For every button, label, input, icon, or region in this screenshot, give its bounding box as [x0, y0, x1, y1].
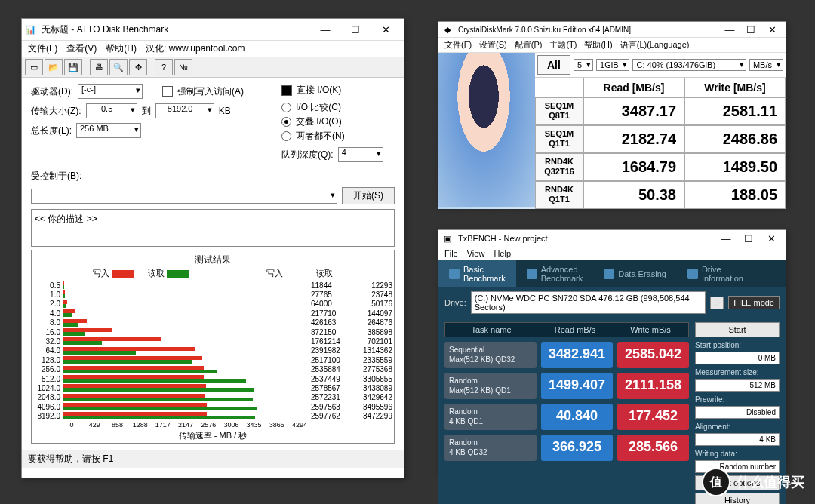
length-label: 总长度(L):	[31, 124, 72, 137]
bar-row: 2.0 6400050176	[33, 300, 392, 309]
test-button[interactable]: RND4KQ32T16	[535, 153, 583, 181]
xfer-from-select[interactable]: 0.5	[86, 103, 137, 118]
io-compare-label: I/O 比较(C)	[296, 101, 341, 114]
maximize-button[interactable]: ☐	[340, 19, 371, 40]
close-button[interactable]: ✕	[761, 22, 783, 37]
direct-io-checkbox[interactable]	[281, 85, 292, 96]
test-button[interactable]: SEQ1MQ8T1	[535, 97, 583, 125]
refresh-button[interactable]: ⟳	[710, 297, 724, 309]
all-button[interactable]: All	[537, 55, 570, 75]
start-button[interactable]: Start	[695, 322, 780, 337]
io-compare-radio[interactable]	[281, 103, 291, 112]
atto-toolbar: ▭ 📂 💾 🖶 🔍 ✥ ? №	[22, 57, 404, 78]
settings-icon[interactable]: ✥	[129, 59, 147, 75]
drive-select[interactable]: (C:) NVMe WDC PC SN720 SDA 476.12 GB (99…	[471, 291, 706, 314]
direct-io-label: 直接 I/O(K)	[297, 84, 341, 97]
force-write-checkbox[interactable]	[162, 86, 173, 97]
minimize-button[interactable]: —	[310, 19, 340, 40]
description-field[interactable]: << 你的描述 >>	[31, 209, 395, 247]
preview-icon[interactable]: 🔍	[109, 59, 128, 75]
save-icon[interactable]: 💾	[64, 59, 82, 75]
neither-label: 两者都不(N)	[296, 130, 345, 143]
read-bar	[63, 360, 192, 364]
menu-settings[interactable]: 设置(S)	[479, 39, 507, 51]
write-value: 27765	[311, 290, 332, 299]
menu-file[interactable]: File	[444, 249, 458, 258]
qd-select[interactable]: 4	[338, 147, 383, 162]
to-label: 到	[142, 105, 151, 118]
menu-view[interactable]: View	[467, 249, 485, 258]
menu-theme[interactable]: 主题(T)	[549, 39, 577, 51]
xfer-to-select[interactable]: 8192.0	[155, 103, 214, 118]
menu-help[interactable]: Help	[494, 249, 511, 258]
bar-row: 1024.0 25785673438089	[33, 383, 392, 392]
x-tick: 3006	[220, 421, 242, 429]
task-header: Task name	[445, 323, 537, 337]
neither-radio[interactable]	[281, 131, 291, 141]
size-select[interactable]: 1GiB	[596, 59, 629, 71]
menu-help[interactable]: 帮助(H)	[106, 42, 137, 55]
col-write-label: 写入	[247, 268, 283, 279]
legend-read-label: 读取	[148, 269, 165, 278]
read-bar	[63, 304, 66, 308]
menu-view[interactable]: 查看(V)	[66, 42, 97, 55]
drive-select[interactable]: C: 40% (193/476GiB)	[632, 59, 746, 71]
help-icon[interactable]: ?	[155, 59, 173, 75]
write-value: 872150	[311, 328, 336, 337]
write-value: 2578567	[311, 384, 340, 392]
open-icon[interactable]: 📂	[45, 59, 63, 75]
menu-help[interactable]: 帮助(H)	[584, 39, 612, 51]
read-value: 2335559	[363, 356, 392, 364]
y-tick: 0.5	[33, 281, 63, 290]
overlap-io-radio[interactable]	[281, 117, 291, 127]
tab-data-erasing[interactable]: Data Erasing	[593, 260, 677, 287]
chart-title: 测试结果	[33, 254, 392, 266]
about-icon[interactable]: №	[174, 59, 192, 75]
menu-language[interactable]: 语言(L)(Language)	[620, 39, 690, 51]
y-tick: 128.0	[33, 356, 63, 364]
align-label: Alignment:	[695, 421, 780, 431]
write-value: 2486.86	[684, 125, 786, 153]
tab-advanced-benchmark[interactable]: Advanced Benchmark	[516, 260, 594, 287]
bar-row: 1.0 2776523748	[33, 290, 392, 299]
y-tick: 32.0	[33, 337, 63, 346]
write-value: 2572231	[311, 393, 340, 401]
count-select[interactable]: 5	[574, 59, 593, 71]
read-value: 366.925	[541, 435, 613, 461]
legend-read-swatch	[167, 270, 189, 278]
tab-drive-information[interactable]: Drive Information	[677, 260, 754, 287]
read-bar	[63, 416, 255, 419]
length-select[interactable]: 256 MB	[76, 123, 141, 138]
unit-select[interactable]: MB/s	[749, 59, 783, 71]
bar-row: 8192.0 25977623472299	[33, 411, 392, 420]
msize-field[interactable]: 512 MB	[695, 379, 780, 392]
minimize-button[interactable]: —	[715, 230, 737, 247]
result-row: RandomMax(512 KB) QD1 1499.407 2111.158	[444, 373, 689, 399]
force-write-label: 强制写入访问(A)	[177, 85, 244, 98]
test-button[interactable]: RND4KQ1T1	[535, 181, 583, 209]
file-mode-button[interactable]: FILE mode	[728, 296, 780, 309]
controlled-by-select[interactable]	[31, 189, 337, 204]
maximize-button[interactable]: ☐	[740, 22, 761, 37]
close-button[interactable]: ✕	[371, 19, 401, 40]
close-button[interactable]: ✕	[760, 230, 783, 247]
print-icon[interactable]: 🖶	[90, 59, 108, 75]
test-button[interactable]: SEQ1MQ1T1	[535, 125, 583, 153]
align-field[interactable]: 4 KB	[695, 433, 780, 446]
new-icon[interactable]: ▭	[25, 59, 43, 75]
startpos-field[interactable]: 0 MB	[695, 352, 780, 364]
tab-basic-benchmark[interactable]: Basic Benchmark	[438, 260, 516, 287]
drive-select[interactable]: [-c-]	[78, 84, 143, 99]
start-button[interactable]: 开始(S)	[342, 187, 395, 204]
maximize-button[interactable]: ☐	[737, 230, 760, 247]
read-bar	[63, 341, 102, 345]
menu-file[interactable]: 文件(F)	[28, 42, 57, 55]
prewrite-field[interactable]: Disabled	[695, 406, 780, 419]
menu-profile[interactable]: 配置(P)	[515, 39, 543, 51]
read-bar	[63, 351, 136, 355]
read-value: 50176	[371, 300, 392, 308]
menu-file[interactable]: 文件(F)	[444, 39, 472, 51]
write-value: 2581.11	[684, 97, 786, 125]
minimize-button[interactable]: —	[719, 22, 740, 37]
tx-title: TxBENCH - New project	[458, 234, 715, 243]
